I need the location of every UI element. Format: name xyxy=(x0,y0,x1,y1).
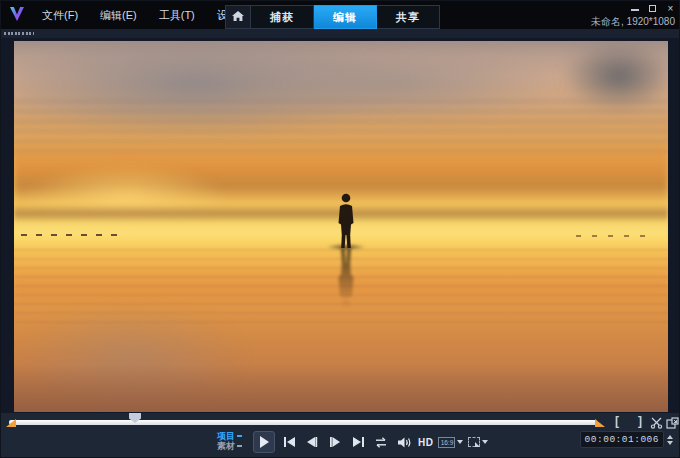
play-button[interactable] xyxy=(253,431,275,453)
go-end-button[interactable] xyxy=(349,432,367,452)
preview-grey-smudge xyxy=(563,41,668,111)
spinner-up-icon xyxy=(667,435,673,439)
drag-grip-icon[interactable] xyxy=(4,32,34,35)
project-title: 未命名, 1920*1080 xyxy=(591,15,675,29)
window-controls: × xyxy=(591,3,675,13)
preview-horizon-specks xyxy=(576,235,654,237)
transport-controls: HD 16:9 xyxy=(253,430,488,454)
hd-preview-button[interactable]: HD xyxy=(418,437,433,448)
tab-capture[interactable]: 捕获 xyxy=(251,5,314,29)
playback-panel: [ ] 项目 素材 xyxy=(1,413,680,458)
next-frame-icon xyxy=(330,437,340,447)
chevron-down-icon xyxy=(482,440,488,444)
timecode-control: 00:00:01:006 xyxy=(580,431,673,448)
mark-out-icon[interactable]: ] xyxy=(638,414,642,428)
timecode-spinner[interactable] xyxy=(667,435,673,445)
menu-file[interactable]: 文件(F) xyxy=(33,4,87,27)
video-preview[interactable] xyxy=(14,41,668,412)
panel-divider xyxy=(1,29,680,38)
person-reflection xyxy=(334,247,358,311)
mode-project-label: 项目 xyxy=(217,431,235,441)
preview-size-icon xyxy=(468,437,480,447)
prev-frame-button[interactable] xyxy=(303,432,321,452)
videostudio-window: 文件(F) 编辑(E) 工具(T) 设置(S) 帮助(H) 捕获 编辑 共享 × xyxy=(0,0,680,458)
aspect-ratio-button[interactable]: 16:9 xyxy=(438,437,463,448)
maximize-icon xyxy=(649,5,656,12)
menu-tools[interactable]: 工具(T) xyxy=(150,4,204,27)
menu-edit[interactable]: 编辑(E) xyxy=(91,4,146,27)
videostudio-logo-icon xyxy=(8,6,26,22)
tab-share[interactable]: 共享 xyxy=(377,5,440,29)
titlebar: 文件(F) 编辑(E) 工具(T) 设置(S) 帮助(H) 捕获 编辑 共享 × xyxy=(1,1,680,29)
volume-icon xyxy=(398,437,411,448)
mode-clip[interactable]: 素材 xyxy=(217,441,242,451)
play-icon xyxy=(259,436,269,448)
go-end-icon xyxy=(353,437,364,447)
spinner-down-icon xyxy=(667,441,673,445)
prev-frame-icon xyxy=(307,437,317,447)
person-silhouette xyxy=(334,193,358,249)
maximize-button[interactable] xyxy=(648,4,657,13)
workspace-tabs: 捕获 编辑 共享 xyxy=(251,5,440,29)
preview-size-button[interactable] xyxy=(468,437,488,447)
minimize-icon xyxy=(631,9,639,11)
minimize-button[interactable] xyxy=(630,4,639,13)
mode-project[interactable]: 项目 xyxy=(217,431,242,441)
trim-handle-end[interactable] xyxy=(595,419,605,427)
tab-edit[interactable]: 编辑 xyxy=(314,5,377,29)
preview-horizon-specks xyxy=(21,234,119,236)
go-start-icon xyxy=(284,437,295,447)
go-start-button[interactable] xyxy=(280,432,298,452)
playback-mode-toggle: 项目 素材 xyxy=(217,431,242,451)
home-button[interactable] xyxy=(225,5,251,29)
mute-button[interactable] xyxy=(395,432,413,452)
home-icon xyxy=(232,8,244,26)
next-frame-button[interactable] xyxy=(326,432,344,452)
aspect-ratio-box: 16:9 xyxy=(438,437,455,448)
scrubber-track[interactable] xyxy=(9,420,597,425)
window-right-block: × 未命名, 1920*1080 xyxy=(591,3,675,29)
repeat-button[interactable] xyxy=(372,432,390,452)
mode-indicator xyxy=(237,435,242,437)
mode-indicator xyxy=(237,445,242,447)
preview-stage xyxy=(1,38,680,413)
preview-bottom-vignette xyxy=(14,364,668,412)
mark-in-icon[interactable]: [ xyxy=(615,414,619,428)
repeat-icon xyxy=(374,437,388,448)
close-button[interactable]: × xyxy=(666,4,675,13)
mode-clip-label: 素材 xyxy=(217,441,235,451)
close-icon: × xyxy=(668,4,674,13)
timecode-display[interactable]: 00:00:01:006 xyxy=(580,431,664,448)
chevron-down-icon xyxy=(457,440,463,444)
